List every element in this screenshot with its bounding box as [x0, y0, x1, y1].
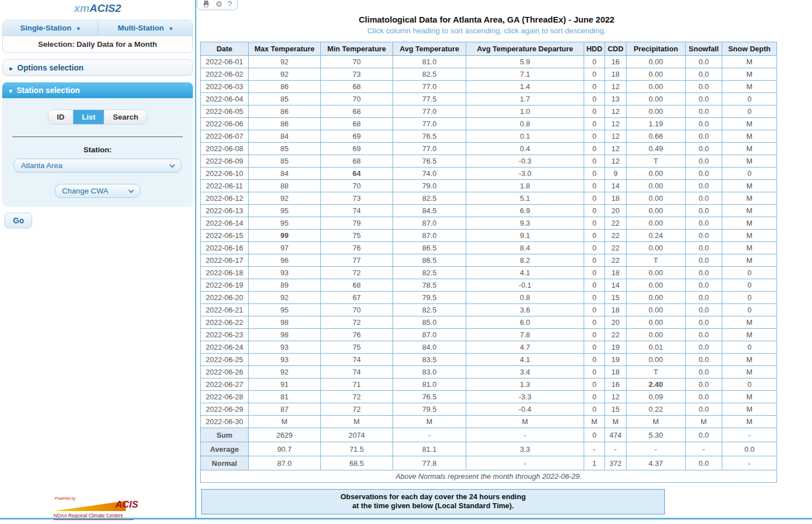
- cell: 86: [249, 81, 321, 93]
- cell: 2022-06-04: [201, 93, 249, 105]
- cell: M: [722, 217, 777, 230]
- tab-search[interactable]: Search: [104, 110, 147, 124]
- cell: 1.3: [466, 378, 584, 391]
- cell: 85: [249, 93, 321, 105]
- cell: 87.0: [249, 456, 321, 470]
- cell: 0.0: [686, 105, 722, 118]
- cell: 0.00: [626, 93, 686, 105]
- cell: 0: [584, 205, 605, 217]
- cell: 74: [321, 366, 393, 378]
- go-button[interactable]: Go: [5, 213, 32, 228]
- cell: 2022-06-02: [201, 68, 249, 81]
- cell: 18: [605, 304, 626, 316]
- cell: 1.7: [466, 93, 584, 105]
- cell: 0.0: [686, 428, 722, 442]
- station-select[interactable]: Atlanta Area: [14, 158, 182, 173]
- gear-icon[interactable]: ⚙: [215, 0, 223, 8]
- cell: M: [722, 416, 777, 428]
- cwa-select-value: Change CWA: [62, 187, 108, 195]
- table-row: 2022-06-08856977.00.40120.490.0M: [201, 143, 777, 155]
- single-station-label: Single-Station: [20, 24, 72, 32]
- cell: 0.0: [686, 456, 722, 470]
- cell: 0.22: [626, 403, 686, 416]
- column-header-snow-depth[interactable]: Snow Depth: [722, 42, 777, 56]
- cell: 20: [605, 316, 626, 329]
- cell: 82.5: [393, 304, 466, 316]
- column-header-cdd[interactable]: CDD: [605, 42, 626, 56]
- cell: 70: [321, 56, 393, 68]
- column-header-date[interactable]: Date: [201, 42, 249, 56]
- table-row: 2022-06-29877279.5-0.40150.220.0M: [201, 403, 777, 416]
- column-header-avg-temperature[interactable]: Avg Temperature: [393, 42, 466, 56]
- cell: 86: [249, 118, 321, 130]
- cell: 3.4: [466, 366, 584, 378]
- tab-id[interactable]: ID: [48, 110, 73, 124]
- table-note-row: Above Normals represent the month throug…: [201, 470, 777, 483]
- cell: 70: [321, 180, 393, 192]
- cell: 2022-06-30: [201, 416, 249, 428]
- cell: 93: [249, 354, 321, 366]
- column-header-precipitation[interactable]: Precipitation: [626, 42, 686, 56]
- cell: 0: [722, 105, 777, 118]
- cell: 0.00: [626, 192, 686, 205]
- cell: 0: [584, 105, 605, 118]
- cell: 0.0: [686, 304, 722, 316]
- cell: 0: [584, 230, 605, 242]
- summary-label: Normal: [201, 456, 249, 470]
- table-row: 2022-06-18937282.54.10180.000.00: [201, 267, 777, 279]
- options-selection-header[interactable]: ▸Options selection: [2, 59, 193, 76]
- cell: 5.9: [466, 56, 584, 68]
- cell: 474: [605, 428, 626, 442]
- cell: 0: [584, 130, 605, 143]
- main-content: ⚙ ? Climatological Data for Atlanta Area…: [196, 0, 812, 518]
- multi-station-menu[interactable]: Multi-Station▾: [98, 20, 193, 36]
- column-header-max-temperature[interactable]: Max Temperature: [249, 42, 321, 56]
- cell: 64: [321, 168, 393, 180]
- cell: 0: [584, 56, 605, 68]
- table-row: 2022-06-20926779.50.80150.000.00: [201, 292, 777, 304]
- cell: 0.00: [626, 267, 686, 279]
- cell: 83.0: [393, 366, 466, 378]
- print-icon[interactable]: [202, 0, 210, 8]
- table-row: 2022-06-13957484.56.90200.000.0M: [201, 205, 777, 217]
- table-row: 2022-06-30MMMMMMMMM: [201, 416, 777, 428]
- cell: 2022-06-21: [201, 304, 249, 316]
- cell: 2022-06-05: [201, 105, 249, 118]
- cwa-select[interactable]: Change CWA: [55, 184, 140, 198]
- cell: 2629: [249, 428, 321, 442]
- cell: 0: [584, 93, 605, 105]
- cell: 7.8: [466, 329, 584, 341]
- cell: 0: [584, 354, 605, 366]
- acis-logo: Powered by ACIS NOAA Regional Climate Ce…: [54, 496, 134, 520]
- cell: 71.5: [321, 442, 393, 456]
- cell: M: [722, 180, 777, 192]
- cell: -: [722, 456, 777, 470]
- column-header-snowfall[interactable]: Snowfall: [686, 42, 722, 56]
- cell: 0.00: [626, 105, 686, 118]
- cell: 16: [605, 56, 626, 68]
- cell: -: [466, 428, 584, 442]
- cell: 7.1: [466, 68, 584, 81]
- cell: 0: [584, 242, 605, 254]
- tab-list[interactable]: List: [73, 110, 104, 124]
- cell: 79.5: [393, 403, 466, 416]
- help-icon[interactable]: ?: [228, 0, 232, 8]
- cell: 2022-06-13: [201, 205, 249, 217]
- column-header-avg-temperature-departure[interactable]: Avg Temperature Departure: [466, 42, 584, 56]
- cell: M: [722, 56, 777, 68]
- cell: 74: [321, 354, 393, 366]
- cell: 0: [584, 329, 605, 341]
- cell: 87.0: [393, 329, 466, 341]
- station-label: Station:: [2, 146, 193, 154]
- single-station-menu[interactable]: Single-Station▾: [3, 20, 98, 36]
- cell: M: [686, 416, 722, 428]
- cell: 14: [605, 279, 626, 292]
- station-selection-header[interactable]: ▾Station selection: [2, 82, 193, 98]
- column-header-min-temperature[interactable]: Min Temperature: [321, 42, 393, 56]
- cell: 0: [584, 254, 605, 267]
- selection-status: Selection: Daily Data for a Month: [3, 36, 192, 52]
- cell: 0.00: [626, 168, 686, 180]
- cell: 88: [249, 180, 321, 192]
- cell: 76.5: [393, 155, 466, 168]
- column-header-hdd[interactable]: HDD: [584, 42, 605, 56]
